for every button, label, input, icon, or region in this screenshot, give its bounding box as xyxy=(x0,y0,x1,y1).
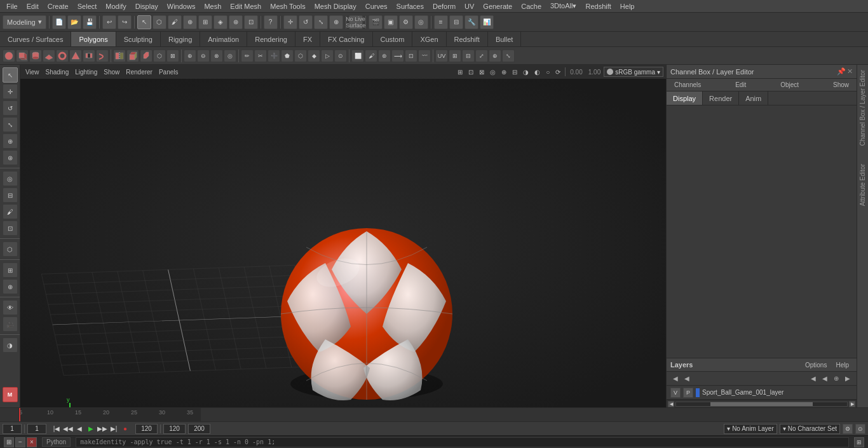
go-to-end-button[interactable]: ▶| xyxy=(109,424,119,434)
layers-icon-1[interactable]: ◀ xyxy=(808,374,818,384)
bridge-button[interactable]: ⬡ xyxy=(153,50,166,62)
layer-playback-button[interactable]: P xyxy=(683,388,693,398)
vp-icon-1[interactable]: ⊞ xyxy=(455,68,465,76)
hypershade-button[interactable]: ◎ xyxy=(414,15,428,29)
step-back-button[interactable]: ◀◀ xyxy=(63,424,73,434)
undo-button[interactable]: ↩ xyxy=(102,15,116,29)
universal-manip-button[interactable]: ⊕ xyxy=(329,15,343,29)
tab-help[interactable]: Help xyxy=(832,361,853,369)
snap-curve-button[interactable]: ◈ xyxy=(214,15,227,29)
rotate-mode-button[interactable]: ↺ xyxy=(3,100,18,116)
language-selector[interactable]: Python xyxy=(42,437,71,447)
append-button[interactable]: ➕ xyxy=(268,50,280,62)
tab-curves-surfaces[interactable]: Curves / Surfaces xyxy=(0,32,71,46)
tab-polygons[interactable]: Polygons xyxy=(71,32,116,46)
menu-mesh[interactable]: Mesh xyxy=(200,2,225,11)
menu-generate[interactable]: Generate xyxy=(479,2,516,11)
scroll-right-button[interactable]: ▶ xyxy=(849,401,855,407)
snap-grid-button[interactable]: ⊞ xyxy=(198,15,212,29)
menu-edit[interactable]: Edit xyxy=(23,2,43,11)
menu-cache[interactable]: Cache xyxy=(517,2,545,11)
menu-surfaces[interactable]: Surfaces xyxy=(393,2,428,11)
play-back-button[interactable]: ◀ xyxy=(74,424,85,434)
move-button[interactable]: ✛ xyxy=(283,15,297,29)
snap-toggle-button[interactable]: ⊟ xyxy=(3,187,18,203)
menu-deform[interactable]: Deform xyxy=(429,2,459,11)
layers-icon-2[interactable]: ◀ xyxy=(820,374,830,384)
scroll-left-button[interactable]: ◀ xyxy=(668,401,674,407)
layers-icon-3[interactable]: ⊕ xyxy=(831,374,841,384)
tab-edit[interactable]: Edit xyxy=(731,81,750,89)
menu-mesh-display[interactable]: Mesh Display xyxy=(311,2,360,11)
pencil-button[interactable]: ✏ xyxy=(241,50,254,62)
record-button[interactable]: ● xyxy=(120,424,130,434)
vp-icon-2[interactable]: ⊡ xyxy=(466,68,476,76)
lasso-select-button[interactable]: ⬡ xyxy=(153,15,166,29)
menu-edit-mesh[interactable]: Edit Mesh xyxy=(226,2,265,11)
separate-button[interactable]: ⊖ xyxy=(197,50,210,62)
tab-rigging[interactable]: Rigging xyxy=(161,32,200,46)
menu-curves[interactable]: Curves xyxy=(362,2,391,11)
frame-number-input[interactable] xyxy=(3,424,22,434)
save-file-button[interactable]: 💾 xyxy=(83,15,97,29)
poke-button[interactable]: ◆ xyxy=(308,50,320,62)
render-settings-button[interactable]: ⚙ xyxy=(399,15,413,29)
cone-button[interactable] xyxy=(69,50,82,62)
uv-unfold-button[interactable]: ⤢ xyxy=(475,50,488,62)
cylinder-button[interactable] xyxy=(29,50,42,62)
redo-button[interactable]: ↪ xyxy=(118,15,132,29)
uv-layout-button[interactable]: ⊕ xyxy=(489,50,501,62)
attribute-editor-button[interactable]: ⊟ xyxy=(449,15,463,29)
viewport[interactable]: View Shading Lighting Show Renderer Pane… xyxy=(20,65,666,407)
soft-select-lt-button[interactable]: ⊛ xyxy=(3,150,18,165)
viewport-inner[interactable]: x y z persp xyxy=(20,79,666,407)
object-mode-button[interactable]: ⊕ xyxy=(3,279,18,294)
scroll-track[interactable] xyxy=(675,402,848,407)
select-mode-button[interactable]: ↖ xyxy=(3,67,18,83)
layers-icon-4[interactable]: ▶ xyxy=(843,374,853,384)
rp-close-button[interactable]: ✕ xyxy=(847,67,853,76)
relax-button[interactable]: ⊛ xyxy=(378,50,391,62)
channel-box-vertical-label[interactable]: Channel Box / Layer Editor xyxy=(858,67,867,149)
scale-button[interactable]: ⤡ xyxy=(314,15,328,29)
vp-icon-5[interactable]: ⊕ xyxy=(499,68,509,76)
menu-windows[interactable]: Windows xyxy=(163,2,200,11)
multi-cut-button[interactable]: ⬟ xyxy=(281,50,294,62)
scale-mode-button[interactable]: ⤡ xyxy=(3,117,18,132)
mirror-button[interactable] xyxy=(113,50,126,62)
tab-animation[interactable]: Animation xyxy=(200,32,247,46)
panels-menu[interactable]: Panels xyxy=(156,68,181,76)
win-close-button[interactable]: × xyxy=(27,437,37,447)
slide-button[interactable]: ⟶ xyxy=(391,50,404,62)
uv-auto-button[interactable]: ⊞ xyxy=(449,50,461,62)
menu-mesh-tools[interactable]: Mesh Tools xyxy=(266,2,309,11)
renderer-menu[interactable]: Renderer xyxy=(123,68,155,76)
menu-redshift[interactable]: Redshift xyxy=(581,2,614,11)
settings-icon-button[interactable]: ⚙ xyxy=(843,424,853,434)
component-mode-button[interactable]: ⊞ xyxy=(3,262,18,278)
shading-menu[interactable]: Shading xyxy=(43,68,72,76)
sculpt-button[interactable]: 🖌 xyxy=(365,50,377,62)
layers-scrollbar[interactable]: ◀ ▶ xyxy=(667,400,857,407)
cut-button[interactable]: ✂ xyxy=(254,50,267,62)
open-file-button[interactable]: 📂 xyxy=(67,15,81,29)
soft-select-button[interactable]: ? xyxy=(264,15,278,29)
uv-editor-button[interactable]: UV xyxy=(435,50,448,62)
quad-draw-button[interactable]: ⬜ xyxy=(351,50,364,62)
layer-row[interactable]: V P Sport_Ball_Game_001_layer xyxy=(667,386,857,400)
workspace-dropdown[interactable]: Modeling ▾ xyxy=(3,15,46,29)
status-icon-button[interactable]: ⊞ xyxy=(854,437,864,447)
win-restore-button[interactable]: ⊞ xyxy=(4,437,14,447)
pipe-button[interactable] xyxy=(83,50,95,62)
vp-coord-2[interactable]: 1.00 xyxy=(586,68,603,76)
helix-button[interactable] xyxy=(96,50,109,62)
tab-rendering[interactable]: Rendering xyxy=(247,32,295,46)
win-min-button[interactable]: − xyxy=(15,437,25,447)
universal-mode-button[interactable]: ⊕ xyxy=(3,133,18,149)
uv-planar-button[interactable]: ⊟ xyxy=(462,50,475,62)
hide-show-button[interactable]: 👁 xyxy=(3,300,18,315)
tab-bullet[interactable]: Bullet xyxy=(488,32,522,46)
cube-button[interactable] xyxy=(16,50,29,62)
tab-channels[interactable]: Channels xyxy=(670,81,705,89)
tab-sculpting[interactable]: Sculpting xyxy=(116,32,161,46)
